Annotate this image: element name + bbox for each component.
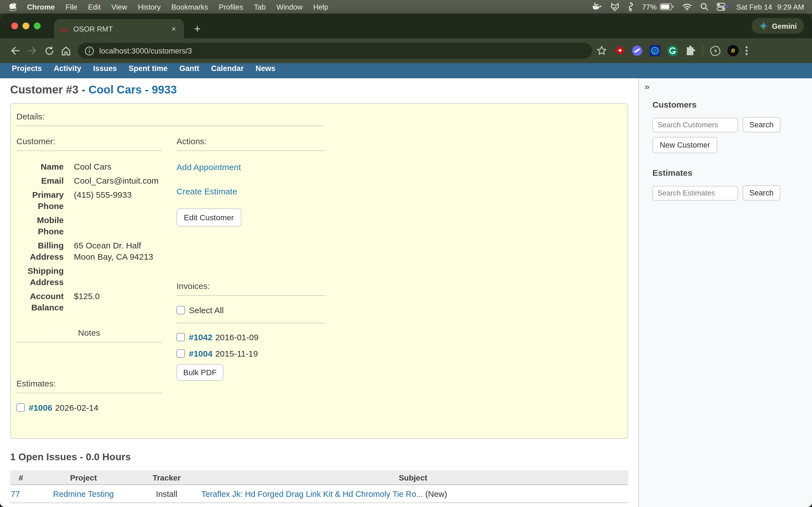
- customer-name-link[interactable]: Cool Cars - 9933: [89, 83, 177, 96]
- invoice-checkbox-1004[interactable]: [176, 349, 185, 358]
- battery-icon[interactable]: [659, 3, 673, 10]
- field-label-billing-address: Billing Address: [16, 240, 64, 263]
- invoice-link-1042[interactable]: #1042: [189, 332, 212, 342]
- address-bar[interactable]: localhost:3000/customers/3: [78, 43, 592, 59]
- nav-gantt[interactable]: Gantt: [179, 64, 199, 72]
- nav-activity[interactable]: Activity: [54, 64, 82, 72]
- menu-bookmarks[interactable]: Bookmarks: [171, 3, 208, 11]
- col-header-tracker: Tracker: [135, 470, 198, 485]
- site-info-icon[interactable]: [85, 46, 94, 55]
- menubar-date[interactable]: Sat Feb 14: [736, 3, 772, 11]
- serpent-icon[interactable]: [627, 2, 633, 11]
- search-estimates-button[interactable]: Search: [743, 185, 780, 201]
- page-title: Customer #3 - Cool Cars - 9933: [10, 83, 638, 96]
- actions-section-heading: Actions:: [176, 136, 325, 146]
- bookmark-star-icon[interactable]: [597, 46, 607, 56]
- browser-tab[interactable]: OSOR RMT ×: [54, 19, 184, 38]
- select-all-label: Select All: [189, 305, 223, 315]
- menu-view[interactable]: View: [111, 3, 127, 11]
- toolbar-separator: [703, 46, 703, 56]
- browser-window: OSOR RMT × + Gemini: [0, 13, 812, 507]
- menubar-app-name[interactable]: Chrome: [27, 3, 55, 11]
- create-estimate-link[interactable]: Create Estimate: [176, 186, 325, 196]
- control-center-icon[interactable]: [716, 3, 728, 11]
- invoice-checkbox-1042[interactable]: [176, 333, 185, 341]
- menu-kebab-icon[interactable]: [746, 46, 748, 55]
- new-customer-button[interactable]: New Customer: [652, 137, 718, 153]
- issue-project-link[interactable]: Redmine Testing: [53, 489, 114, 498]
- invoices-section-heading: Invoices:: [176, 281, 325, 291]
- forward-icon[interactable]: [24, 42, 41, 59]
- invoice-date-1004: 2015-11-19: [215, 349, 258, 358]
- sidebar-customers-heading: Customers: [652, 100, 804, 109]
- field-value-billing-address: 65 Ocean Dr. Half Moon Bay, CA 94213: [74, 240, 158, 263]
- tab-strip: OSOR RMT × + Gemini: [0, 13, 812, 38]
- menu-help[interactable]: Help: [313, 3, 328, 11]
- battery-saver-icon[interactable]: [710, 45, 721, 56]
- edit-customer-button[interactable]: Edit Customer: [176, 209, 241, 226]
- extension-icon-lock[interactable]: @: [650, 45, 660, 56]
- select-all-checkbox[interactable]: [176, 306, 185, 314]
- badge-check-icon[interactable]: [610, 3, 619, 11]
- add-appointment-link[interactable]: Add Appointment: [176, 162, 325, 172]
- gemini-button[interactable]: Gemini: [752, 18, 804, 34]
- nav-projects[interactable]: Projects: [12, 64, 42, 72]
- issue-status: (New): [423, 489, 447, 498]
- issue-subject-link[interactable]: Teraflex Jk: Hd Forged Drag Link Kit & H…: [201, 489, 423, 498]
- field-label-account-balance: Account Balance: [16, 291, 64, 313]
- tab-close-icon[interactable]: ×: [169, 24, 178, 34]
- field-label-email: Email: [16, 175, 64, 186]
- close-button[interactable]: [11, 22, 18, 29]
- field-label-name: Name: [16, 161, 64, 172]
- new-tab-icon[interactable]: +: [191, 22, 204, 36]
- search-customers-button[interactable]: Search: [743, 117, 780, 132]
- invoice-row: #1004 2015-11-19: [176, 349, 325, 358]
- col-header-project: Project: [32, 470, 135, 485]
- profile-avatar[interactable]: B: [727, 45, 739, 56]
- menu-history[interactable]: History: [138, 3, 161, 11]
- home-icon[interactable]: [57, 42, 74, 59]
- reload-icon[interactable]: [41, 42, 57, 59]
- menu-edit[interactable]: Edit: [88, 3, 101, 11]
- field-value-shipping-address: [74, 265, 158, 288]
- nav-issues[interactable]: Issues: [93, 64, 117, 72]
- bulk-pdf-button[interactable]: Bulk PDF: [176, 364, 223, 381]
- menubar-time[interactable]: 9:29 AM: [777, 3, 804, 11]
- wifi-icon[interactable]: [682, 3, 692, 10]
- spotlight-search-icon[interactable]: [700, 3, 708, 11]
- nav-calendar[interactable]: Calendar: [211, 64, 244, 72]
- extensions-puzzle-icon[interactable]: [685, 45, 696, 56]
- nav-news[interactable]: News: [255, 64, 275, 72]
- estimate-link[interactable]: #1006: [29, 403, 52, 412]
- zoom-button[interactable]: [34, 22, 41, 29]
- field-label-shipping-address: Shipping Address: [16, 265, 64, 288]
- invoice-link-1004[interactable]: #1004: [189, 349, 212, 358]
- menu-window[interactable]: Window: [276, 3, 303, 11]
- sidebar-estimates-heading: Estimates: [652, 168, 804, 177]
- extension-icon-purple[interactable]: [631, 45, 643, 56]
- table-header-row: # Project Tracker Subject: [10, 470, 628, 485]
- search-estimates-input[interactable]: [652, 186, 738, 200]
- extension-icon-red[interactable]: [613, 45, 625, 56]
- apple-icon[interactable]: [9, 3, 16, 11]
- customer-section-heading: Customer:: [16, 136, 162, 146]
- nav-spent-time[interactable]: Spent time: [129, 64, 167, 72]
- collapse-sidebar-icon[interactable]: »: [645, 82, 656, 92]
- issue-id-link[interactable]: 77: [11, 489, 20, 498]
- tab-title: OSOR RMT: [73, 24, 169, 33]
- notes-label: Notes: [16, 328, 162, 337]
- back-icon[interactable]: [7, 42, 24, 59]
- field-value-mobile-phone: [74, 215, 158, 237]
- sidebar: » Customers Search New Customer Estimate…: [638, 78, 812, 507]
- menu-tab[interactable]: Tab: [254, 3, 266, 11]
- docker-icon[interactable]: [592, 3, 602, 11]
- search-customers-input[interactable]: [652, 117, 738, 132]
- minimize-button[interactable]: [22, 22, 29, 29]
- estimate-checkbox[interactable]: [16, 403, 25, 412]
- grammarly-icon[interactable]: [667, 45, 678, 56]
- open-issues-table: # Project Tracker Subject 77 Redmine Tes…: [10, 470, 628, 503]
- customer-fields: Name Cool Cars Email Cool_Cars@intuit.co…: [16, 161, 162, 313]
- menu-profiles[interactable]: Profiles: [219, 3, 243, 11]
- menu-file[interactable]: File: [65, 3, 77, 11]
- customer-details-panel: Details: Customer: Name Cool Cars Email …: [10, 103, 628, 439]
